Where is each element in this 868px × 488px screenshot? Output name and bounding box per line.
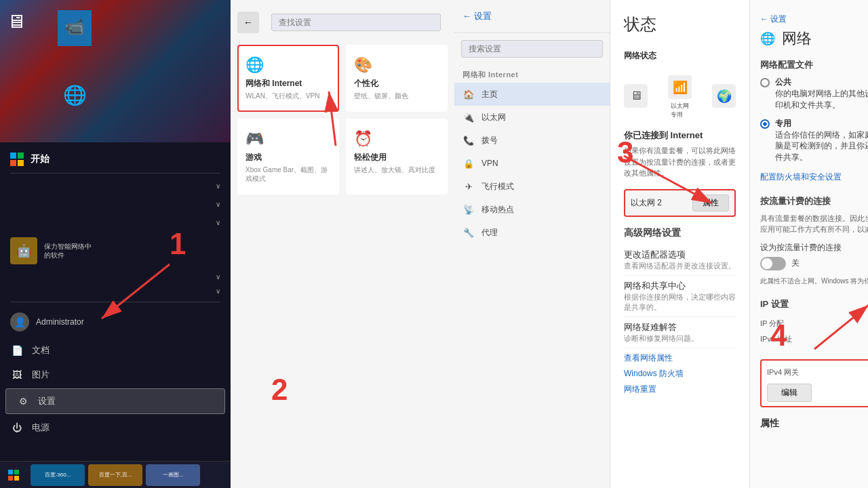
separator-2 <box>10 302 220 302</box>
net-internet-icon: 🌍 <box>712 84 736 108</box>
view-properties-link[interactable]: 查看网络属性 <box>624 352 736 364</box>
ease-card[interactable]: ⏰ 轻松使用 讲述人、放大镜、高对比度 <box>346 119 448 195</box>
nav-item-vpn[interactable]: 🔒 VPN <box>454 152 610 175</box>
expand-item-1[interactable]: ∨ <box>0 177 231 195</box>
metered-section-title: 按流量计费的连接 <box>760 195 868 207</box>
public-option[interactable]: 公共 你的电脑对网络上的其他设备隐藏，不能用于打印机和文件共享。 <box>760 77 868 111</box>
nav-hotspot-icon: 📡 <box>462 203 475 216</box>
xbox-card-icon: 🎮 <box>245 130 264 148</box>
adapter-options-label: 更改适配器选项 查看网络适配器并更改连接设置。 <box>624 249 736 271</box>
diagnose-row[interactable]: 网络疑难解答 诊断和修复网络问题。 <box>624 317 736 348</box>
net-node-router: 📶 以太网专用 <box>668 75 692 119</box>
network-card-icon: 🌐 <box>245 56 264 74</box>
expand-item-2[interactable]: ∨ <box>0 195 231 214</box>
metered-toggle-track[interactable] <box>760 257 786 270</box>
pictures-item[interactable]: 🖼 图片 <box>0 363 231 387</box>
taskbar-app-2[interactable]: 百度一下,百... <box>88 464 142 486</box>
net-sharing-main: 网络和共享中心 <box>624 280 736 292</box>
connected-desc: 如果你有流量套餐，可以将此网络设置为按流量计费的连接，或者更改其他属性。 <box>624 145 736 179</box>
gateway-label: IPv4 网关 <box>767 367 799 378</box>
nav-item-dialup[interactable]: 📞 拨号 <box>454 129 610 152</box>
nav-item-proxy[interactable]: 🔧 代理 <box>454 221 610 244</box>
settings-item[interactable]: ⚙ 设置 <box>5 388 225 414</box>
nav-dialup-icon: 📞 <box>462 134 475 146</box>
nav-item-ethernet[interactable]: 🔌 以太网 <box>454 106 610 129</box>
adapter-options-row[interactable]: 更改适配器选项 查看网络适配器并更改连接设置。 <box>624 245 736 276</box>
metered-toggle-thumb <box>762 258 772 269</box>
metered-desc: 具有流量套餐的数据连接。因此当连接到此网络时，部分应用可能工作方式有所不同，以减… <box>760 213 868 235</box>
right-section: ← 设置 网络和 Internet 🏠 主页 🔌 以太网 📞 拨号 🔒 VPN … <box>454 0 868 488</box>
network-reset-link[interactable]: 网络重置 <box>624 384 736 395</box>
detail-back-link[interactable]: ← 设置 <box>760 14 787 25</box>
step-4-label: 4 <box>770 319 787 352</box>
diagnose-label-wrap: 网络疑难解答 诊断和修复网络问题。 <box>624 321 698 344</box>
nav-proxy-icon: 🔧 <box>462 226 475 239</box>
sidebar-search-input[interactable] <box>461 40 603 58</box>
search-bar-top: ← <box>237 7 448 38</box>
taskbar-app-3[interactable]: 一画图... <box>146 464 200 486</box>
private-option[interactable]: 专用 适合你信任的网络，如家庭或工作网络。你的电脑是可检测到的，并且你还可以打开… <box>760 118 868 163</box>
settings-sidebar: ← 设置 网络和 Internet 🏠 主页 🔌 以太网 📞 拨号 🔒 VPN … <box>454 0 610 488</box>
start-button[interactable] <box>0 462 27 489</box>
power-item[interactable]: ⏻ 电源 <box>0 415 231 440</box>
back-button-mid[interactable]: ← <box>237 12 259 33</box>
nav-item-hotspot[interactable]: 📡 移动热点 <box>454 198 610 221</box>
metered-toggle[interactable]: 关 <box>760 257 868 270</box>
nav-item-airplane[interactable]: ✈ 飞行模式 <box>454 175 610 198</box>
detail-title-text: 网络 <box>782 28 812 49</box>
expand-item-3[interactable]: ∨ <box>0 214 231 232</box>
pics-label: 图片 <box>32 369 50 381</box>
windows-firewall-link[interactable]: Windows 防火墙 <box>624 368 736 380</box>
expand-item-4[interactable]: ∨ <box>0 270 231 284</box>
expand-item-5[interactable]: ∨ <box>0 284 231 298</box>
main-content-title: 状态 <box>624 14 736 35</box>
network-icon[interactable]: 🖥 <box>7 10 26 33</box>
start-title: 开始 <box>31 153 50 165</box>
personalize-card-subtitle: 壁纸、锁屏、颜色 <box>354 92 408 100</box>
network-diagram: 🖥 📶 以太网专用 🌍 <box>624 75 736 119</box>
settings-search-input[interactable] <box>271 14 441 31</box>
diagnose-label-sub: 诊断和修复网络问题。 <box>624 333 698 344</box>
personalize-card[interactable]: 🎨 个性化 壁纸、锁屏、颜色 <box>346 45 448 112</box>
xbox-card[interactable]: 🎮 游戏 Xbox Game Bar、截图、游戏模式 <box>237 119 339 195</box>
firewall-link[interactable]: 配置防火墙和安全设置 <box>760 172 842 182</box>
network-sharing-label: 网络和共享中心 根据你连接的网络，决定哪些内容是共享的。 <box>624 280 736 312</box>
network-card[interactable]: 🌐 网络和 Internet WLAN、飞行模式、VPN <box>237 45 339 112</box>
middle-panel: ← 🌐 网络和 Internet WLAN、飞行模式、VPN 🎨 个性化 壁纸、… <box>231 0 454 488</box>
nav-vpn-label: VPN <box>481 159 498 168</box>
windows-logo <box>10 152 24 166</box>
properties-button[interactable]: 属性 <box>692 195 729 211</box>
taskbar-app-1[interactable]: 百度-360... <box>31 464 85 486</box>
step-2-label: 2 <box>271 373 288 407</box>
gateway-highlight: IPv4 网关 192.168.2.1 编辑 <box>760 359 868 407</box>
user-section[interactable]: 👤 Administrator <box>0 306 231 338</box>
app-item[interactable]: 🤖 保力智能网络中 的软件 <box>0 232 231 270</box>
net-node-pc: 🖥 <box>624 84 648 110</box>
taskbar-apps: 百度-360... 百度一下,百... 一画图... <box>27 464 231 486</box>
private-text: 专用 适合你信任的网络，如家庭或工作网络。你的电脑是可检测到的，并且你还可以打开… <box>775 118 868 163</box>
public-radio[interactable] <box>760 78 770 87</box>
connected-label: 你已连接到 Internet <box>624 129 736 142</box>
nav-airplane-label: 飞行模式 <box>481 181 514 192</box>
settings-back-link[interactable]: ← 设置 <box>462 11 492 21</box>
wifi-section: 以太网 2 属性 <box>624 189 736 217</box>
username-label: Administrator <box>36 317 84 327</box>
wifi-highlight-box: 以太网 2 属性 <box>624 189 736 217</box>
step-1-label: 1 <box>170 227 186 261</box>
nav-vpn-icon: 🔒 <box>462 157 475 169</box>
set-metered-label: 设为按流量计费的连接 <box>760 242 868 253</box>
expand-arrow-2: ∨ <box>216 201 220 208</box>
documents-item[interactable]: 📄 文档 <box>0 338 231 363</box>
network-sharing-row[interactable]: 网络和共享中心 根据你连接的网络，决定哪些内容是共享的。 <box>624 276 736 317</box>
private-radio[interactable] <box>760 119 770 129</box>
ip-section-title: IP 设置 <box>760 298 868 310</box>
private-desc: 适合你信任的网络，如家庭或工作网络。你的电脑是可检测到的，并且你还可以打开打印机… <box>775 129 868 163</box>
meeting-app-icon[interactable]: 📹 <box>58 10 92 46</box>
public-desc: 你的电脑对网络上的其他设备隐藏，不能用于打印机和文件共享。 <box>775 88 868 111</box>
profile-section: 网络配置文件 公共 你的电脑对网络上的其他设备隐藏，不能用于打印机和文件共享。 … <box>760 59 868 183</box>
nav-item-home[interactable]: 🏠 主页 <box>454 83 610 106</box>
ie-app-icon[interactable]: 🌐 <box>58 78 92 114</box>
edit-button[interactable]: 编辑 <box>767 384 812 402</box>
step-3-label: 3 <box>617 136 633 169</box>
network-card-title: 网络和 Internet <box>245 78 302 89</box>
